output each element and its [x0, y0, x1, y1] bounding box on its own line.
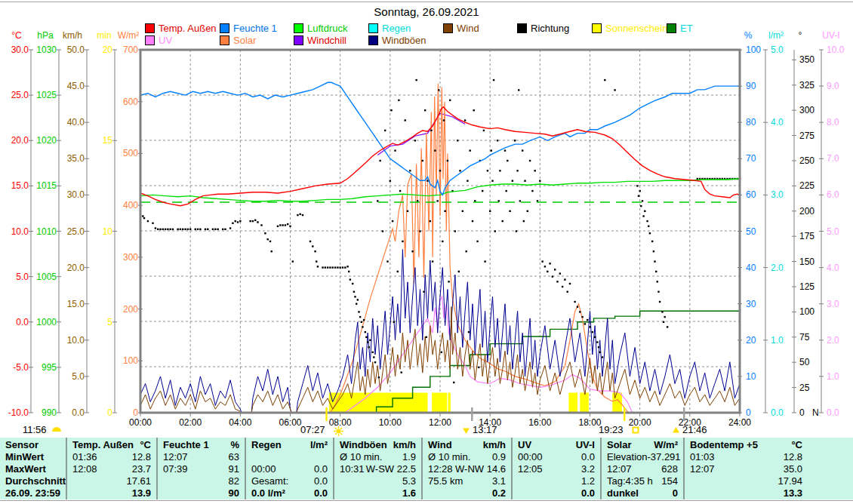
- day-length-icon: [51, 426, 62, 432]
- legend-label: Sonnenschein: [605, 23, 667, 34]
- sunrise-icon: [334, 426, 343, 436]
- table-column-regen: Regenl/m²00:000.0Gesamt:0.00.0 l/m²0.0: [245, 438, 333, 499]
- table-row: 12:0763: [163, 451, 239, 463]
- table-row-labels: SensorMinWertMaxWertDurchschnitt26.09. 2…: [0, 438, 66, 499]
- table-row: 0.0 l/m²0.0: [251, 487, 328, 499]
- table-row: 10:31W-SW 22.5: [340, 463, 416, 475]
- sunset-icon: [632, 426, 639, 434]
- sun-moon-time: 11:56: [23, 424, 47, 435]
- table-row: 00:000.0: [518, 451, 595, 463]
- table-row: 01:0312.8: [690, 451, 802, 463]
- legend-label: Solar: [233, 35, 256, 46]
- sun-moon-time: 13:17: [473, 424, 497, 435]
- column-header: Regenl/m²: [251, 439, 328, 451]
- table-column-wind: Windkm/hØ 10 min.0.912:28W-NW 14.675.5 k…: [421, 438, 511, 499]
- legend-label: Windböen: [382, 35, 426, 46]
- column-header: Feuchte 1%: [163, 439, 239, 451]
- row-label: Sensor: [5, 439, 60, 451]
- sun-moon-annotations: 11:5607:2713:1719:2321:46: [0, 0, 853, 438]
- table-row: 90: [163, 487, 239, 499]
- column-header: Temp. Außen°C: [72, 439, 151, 451]
- stats-table: SensorMinWertMaxWertDurchschnitt26.09. 2…: [0, 438, 853, 499]
- column-header: SolarW/m²: [607, 439, 678, 451]
- legend-label: Temp. Außen: [159, 23, 217, 34]
- table-row: 12:28W-NW 14.6: [428, 463, 506, 475]
- wind-swatch-icon: [443, 23, 453, 33]
- row-label: MinWert: [5, 451, 60, 463]
- legend-item-luftdruck: Luftdruck: [294, 23, 347, 34]
- table-column-uv: UVUV-I00:000.012:053.21.20.0: [511, 438, 600, 499]
- legend-item-wind: Wind: [443, 23, 479, 34]
- chart-legend: Temp. AußenFeuchte 1LuftdruckRegenWindRi…: [0, 0, 853, 47]
- row-label: MaxWert: [5, 463, 60, 475]
- windchill-swatch-icon: [294, 35, 303, 45]
- legend-label: Luftdruck: [307, 23, 347, 34]
- table-row: Gesamt:0.0: [251, 475, 328, 487]
- table-row: 17.94: [690, 475, 802, 487]
- table-column-feuchte-1: Feuchte 1%12:076307:39918290: [156, 438, 245, 499]
- table-row: 12:053.2: [518, 463, 595, 475]
- table-row: dunkel0: [607, 487, 678, 499]
- window-bottom-border: [0, 500, 853, 501]
- sun-moon-time: 07:27: [300, 424, 325, 435]
- legend-label: Richtung: [531, 23, 569, 34]
- table-row: Tag:4:35 h154: [607, 475, 678, 487]
- temp-au-en-swatch-icon: [145, 23, 155, 33]
- table-row: 13.9: [72, 487, 151, 499]
- legend-item-richtung: Richtung: [517, 23, 569, 34]
- moonrise-icon: [672, 426, 680, 435]
- table-row: 1.6: [340, 487, 416, 499]
- solar-swatch-icon: [220, 35, 229, 45]
- table-row: 07:3991: [163, 463, 239, 475]
- uv-swatch-icon: [145, 35, 155, 45]
- legend-item-et: ET: [667, 23, 693, 34]
- legend-item-windb-en: Windböen: [368, 35, 426, 46]
- moonset-icon: [462, 426, 470, 435]
- table-row: Elevation-37.291: [607, 451, 678, 463]
- column-header: Bodentemp +5°C: [690, 439, 802, 451]
- legend-label: ET: [680, 23, 693, 34]
- richtung-swatch-icon: [517, 23, 527, 33]
- table-column-windb-en: Windböenkm/hØ 10 min.1.910:31W-SW 22.55.…: [333, 438, 421, 499]
- et-swatch-icon: [667, 23, 676, 33]
- table-row: 17.61: [72, 475, 151, 487]
- windb-en-swatch-icon: [368, 35, 378, 45]
- table-column-temp-au-en: Temp. Außen°C01:3612.812:0823.717.6113.9: [66, 438, 156, 499]
- table-row: Ø 10 min.0.9: [428, 451, 506, 463]
- legend-item-temp-au-en: Temp. Außen: [145, 23, 217, 34]
- table-row: 12:0823.7: [72, 463, 151, 475]
- legend-label: Feuchte 1: [233, 23, 277, 34]
- legend-label: Windchill: [307, 35, 346, 46]
- feuchte-1-swatch-icon: [220, 23, 229, 33]
- table-row: 82: [163, 475, 239, 487]
- sonnenschein-swatch-icon: [592, 23, 602, 33]
- legend-item-solar: Solar: [220, 35, 256, 46]
- table-row: 00:000.0: [251, 463, 328, 475]
- luftdruck-swatch-icon: [294, 23, 303, 33]
- table-row: 13.3: [690, 487, 802, 499]
- legend-item-feuchte-1: Feuchte 1: [220, 23, 277, 34]
- row-label: 26.09. 23:59: [5, 487, 60, 499]
- column-header: Windböenkm/h: [340, 439, 416, 451]
- sun-moon-time: 21:46: [682, 424, 707, 435]
- table-row: 75.5 km3.1: [428, 475, 506, 487]
- table-row: [251, 451, 328, 463]
- legend-label: Wind: [457, 23, 479, 34]
- table-row: 5.3: [340, 475, 416, 487]
- column-header: Windkm/h: [428, 439, 506, 451]
- table-column-bodentemp-5: Bodentemp +5°C01:0312.812:0735.017.9413.…: [683, 438, 808, 499]
- table-row: Ø 10 min.1.9: [340, 451, 416, 463]
- legend-item-regen: Regen: [368, 23, 411, 34]
- legend-label: UV: [159, 35, 172, 46]
- table-row: 12:07628: [607, 463, 678, 475]
- regen-swatch-icon: [368, 23, 378, 33]
- legend-item-uv: UV: [145, 35, 172, 46]
- table-row: 0.2: [428, 487, 506, 499]
- table-row: 12:0735.0: [690, 463, 802, 475]
- table-row: 0.0: [518, 487, 595, 499]
- table-column-solar: SolarW/m²Elevation-37.29112:07628Tag:4:3…: [600, 438, 683, 499]
- legend-item-windchill: Windchill: [294, 35, 346, 46]
- legend-label: Regen: [382, 23, 411, 34]
- table-row: 01:3612.8: [72, 451, 151, 463]
- legend-item-sonnenschein: Sonnenschein: [592, 23, 667, 34]
